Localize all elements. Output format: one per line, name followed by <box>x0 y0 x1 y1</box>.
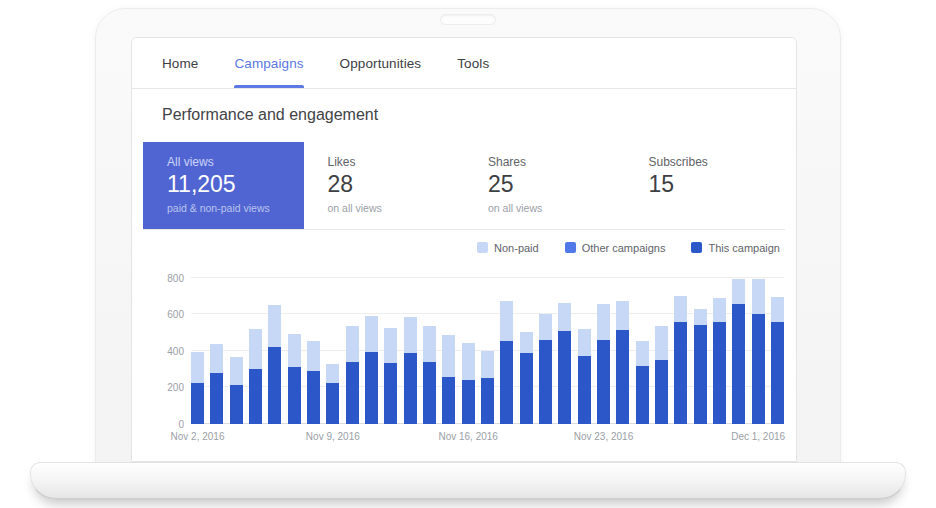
bar-segment-non-paid <box>230 357 243 385</box>
legend-label: Other campaigns <box>582 242 666 254</box>
bar-segment-this-campaign <box>500 341 513 424</box>
stat-card-subscribes[interactable]: Subscribes15 <box>625 142 786 229</box>
bar-column-18[interactable] <box>520 332 533 423</box>
bar-column-6[interactable] <box>288 334 301 423</box>
bar-segment-this-campaign <box>210 373 223 424</box>
bar-column-27[interactable] <box>694 309 707 424</box>
stat-label: Subscribes <box>649 155 762 169</box>
bar-column-24[interactable] <box>636 341 649 423</box>
bar-column-14[interactable] <box>442 335 455 424</box>
stat-sublabel: on all views <box>328 202 441 214</box>
bar-segment-this-campaign <box>752 314 765 424</box>
bar-segment-this-campaign <box>616 330 629 424</box>
bar-segment-this-campaign <box>346 362 359 423</box>
bar-segment-this-campaign <box>307 371 320 424</box>
bar-column-8[interactable] <box>326 364 339 423</box>
bar-column-30[interactable] <box>752 279 765 423</box>
y-axis-tick-label: 600 <box>167 309 184 320</box>
bar-segment-non-paid <box>462 343 475 380</box>
chart-plot-area: 0200400600800 <box>191 278 784 424</box>
legend-item-this-campaign[interactable]: This campaign <box>691 242 780 254</box>
legend-item-non-paid[interactable]: Non-paid <box>477 242 539 254</box>
bar-segment-this-campaign <box>191 383 204 424</box>
bar-segment-this-campaign <box>713 322 726 423</box>
bar-column-9[interactable] <box>346 326 359 424</box>
bar-segment-this-campaign <box>539 340 552 424</box>
bar-column-7[interactable] <box>307 341 320 423</box>
bar-column-25[interactable] <box>655 326 668 424</box>
bar-column-31[interactable] <box>771 297 784 424</box>
bar-segment-non-paid <box>597 304 610 340</box>
bar-segment-this-campaign <box>365 352 378 423</box>
bar-segment-non-paid <box>307 341 320 370</box>
bar-segment-this-campaign <box>442 377 455 424</box>
bar-column-3[interactable] <box>230 357 243 424</box>
legend-swatch-icon <box>691 242 702 253</box>
bar-column-13[interactable] <box>423 326 436 424</box>
y-axis-tick-label: 400 <box>167 345 184 356</box>
bar-segment-non-paid <box>732 279 745 305</box>
bar-segment-non-paid <box>346 326 359 363</box>
bar-column-22[interactable] <box>597 304 610 424</box>
tab-campaigns[interactable]: Campaigns <box>234 38 303 88</box>
bar-segment-non-paid <box>423 326 436 363</box>
bar-column-29[interactable] <box>732 279 745 424</box>
stat-label: Likes <box>328 155 441 169</box>
bar-segment-non-paid <box>655 326 668 360</box>
bar-segment-non-paid <box>249 329 262 369</box>
legend-label: This campaign <box>708 242 780 254</box>
bar-segment-non-paid <box>288 334 301 367</box>
bar-column-15[interactable] <box>462 343 475 423</box>
bar-column-20[interactable] <box>558 303 571 423</box>
bar-segment-this-campaign <box>423 362 436 423</box>
y-axis-tick-label: 200 <box>167 382 184 393</box>
stat-card-likes[interactable]: Likes28on all views <box>304 142 465 229</box>
bar-column-28[interactable] <box>713 298 726 424</box>
bar-series-container <box>191 278 784 424</box>
bar-column-1[interactable] <box>191 352 204 423</box>
bar-column-2[interactable] <box>210 344 223 423</box>
legend-swatch-icon <box>565 242 576 253</box>
stat-card-shares[interactable]: Shares25on all views <box>464 142 625 229</box>
bar-column-19[interactable] <box>539 314 552 423</box>
bar-segment-non-paid <box>404 317 417 354</box>
stat-label: All views <box>167 155 280 169</box>
bar-column-21[interactable] <box>578 329 591 424</box>
bar-segment-non-paid <box>520 332 533 353</box>
stat-card-all-views[interactable]: All views11,205paid & non-paid views <box>143 142 304 229</box>
bar-column-5[interactable] <box>268 305 281 424</box>
bar-column-16[interactable] <box>481 351 494 424</box>
legend-label: Non-paid <box>494 242 539 254</box>
bar-column-4[interactable] <box>249 329 262 424</box>
bar-segment-non-paid <box>384 328 397 364</box>
bar-column-23[interactable] <box>616 301 629 423</box>
tab-tools[interactable]: Tools <box>457 38 489 88</box>
y-axis-tick-label: 0 <box>178 418 184 429</box>
bar-segment-this-campaign <box>655 360 668 424</box>
bar-segment-non-paid <box>500 301 513 340</box>
tab-home[interactable]: Home <box>162 38 198 88</box>
bar-segment-non-paid <box>636 341 649 366</box>
legend-item-other-campaigns[interactable]: Other campaigns <box>565 242 666 254</box>
stat-sublabel: on all views <box>488 202 601 214</box>
bar-segment-non-paid <box>558 303 571 331</box>
bar-segment-this-campaign <box>288 367 301 424</box>
bar-column-10[interactable] <box>365 316 378 424</box>
x-axis-tick-label: Nov 2, 2016 <box>171 431 225 442</box>
laptop-base <box>30 462 906 500</box>
bar-segment-this-campaign <box>771 322 784 423</box>
x-axis-tick-label: Nov 23, 2016 <box>574 431 634 442</box>
tab-opportunities[interactable]: Opportunities <box>340 38 422 88</box>
bar-segment-non-paid <box>191 352 204 382</box>
bar-segment-non-paid <box>365 316 378 353</box>
bar-segment-non-paid <box>694 309 707 325</box>
bar-segment-this-campaign <box>326 383 339 424</box>
bar-column-26[interactable] <box>674 296 687 424</box>
bar-segment-non-paid <box>481 351 494 378</box>
bar-column-11[interactable] <box>384 328 397 424</box>
bar-column-12[interactable] <box>404 317 417 424</box>
bar-segment-non-paid <box>442 335 455 377</box>
bar-column-17[interactable] <box>500 301 513 423</box>
stat-label: Shares <box>488 155 601 169</box>
stat-value: 15 <box>649 171 762 199</box>
